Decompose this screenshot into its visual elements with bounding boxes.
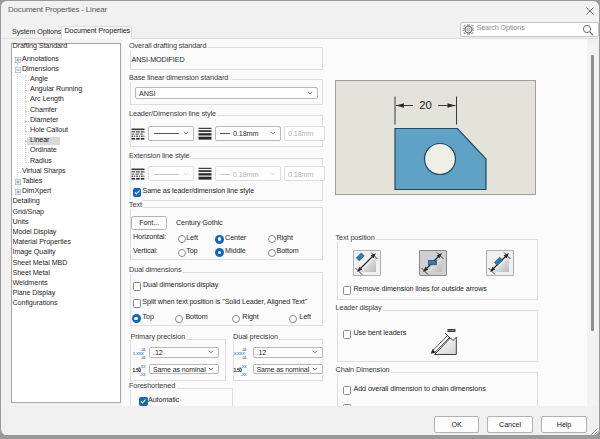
svg-text:-.XX: -.XX <box>139 372 146 376</box>
svg-text:20: 20 <box>419 99 432 111</box>
svg-text:.01: .01 <box>141 355 146 359</box>
svg-text:-.XX: -.XX <box>239 372 246 376</box>
svg-text:.01: .01 <box>241 355 246 359</box>
